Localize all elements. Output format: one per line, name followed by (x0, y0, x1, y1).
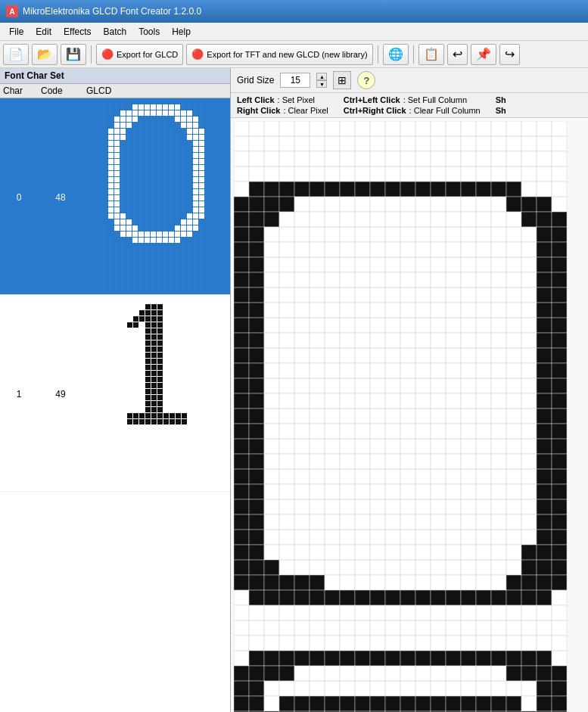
menu-file[interactable]: File (3, 25, 30, 39)
char-num-1: 1 (0, 386, 38, 403)
toolbar-sep2 (378, 45, 378, 64)
hint-left-click-action: : Set Pixel (278, 95, 316, 104)
spin-up[interactable]: ▲ (316, 73, 327, 80)
hint-ctrl-right: Ctrl+Right Click : Clear Full Column (344, 106, 481, 115)
app-title: MikroElektronika GLCD Font Creator 1.2.0… (23, 6, 201, 17)
menu-batch[interactable]: Batch (98, 25, 133, 39)
hint-shift-2: Sh (496, 106, 506, 115)
hint-right-click: Right Click : Clear Pixel (237, 106, 328, 115)
hint-ctrl-right-key: Ctrl+Right Click (344, 106, 406, 115)
title-bar: A MikroElektronika GLCD Font Creator 1.2… (0, 0, 588, 23)
col-char: Char (0, 84, 38, 98)
char-code-0: 48 (38, 189, 83, 206)
spin-buttons: ▲ ▼ (316, 73, 327, 88)
hint-left-click-key: Left Click (237, 95, 275, 104)
grid-controls: Grid Size ▲ ▼ ⊞ ? (231, 68, 588, 93)
hint-shift-1: Sh (496, 95, 506, 104)
char-row-0[interactable]: 0 48 (0, 98, 230, 295)
col-glcd: GLCD (83, 84, 230, 98)
toolbar-paste[interactable]: 📌 (471, 44, 496, 65)
hint-ctrl-left: Ctrl+Left Click : Set Full Column (344, 95, 481, 104)
col-code: Code (38, 84, 83, 98)
export-glcd-button[interactable]: 🔴 Export for GLCD (96, 44, 183, 65)
toolbar: 📄 📂 💾 🔴 Export for GLCD 🔴 Export for TFT… (0, 41, 588, 68)
hint-left-click: Left Click : Set Pixel (237, 95, 328, 104)
hint-right-click-action: : Clear Pixel (283, 106, 328, 115)
main-area: Font Char Set Char Code GLCD 0 48 1 49 (0, 68, 588, 712)
font-char-set-header: Font Char Set (0, 68, 230, 84)
grid-size-input[interactable] (280, 73, 310, 88)
hint-ctrl-left-key: Ctrl+Left Click (344, 95, 400, 104)
right-panel: Grid Size ▲ ▼ ⊞ ? Left Click : Set Pixel… (231, 68, 588, 712)
toolbar-redo[interactable]: ↪ (499, 44, 520, 65)
grid-toggle-button[interactable]: ⊞ (333, 71, 351, 89)
left-panel: Font Char Set Char Code GLCD 0 48 1 49 (0, 68, 231, 712)
grid-size-label: Grid Size (237, 75, 274, 86)
app-icon: A (6, 5, 18, 17)
char-preview-1 (83, 295, 230, 490)
toolbar-copy[interactable]: 📋 (418, 44, 444, 65)
menu-edit[interactable]: Edit (30, 25, 58, 39)
hint-right-click-key: Right Click (237, 106, 280, 115)
toolbar-new[interactable]: 📄 (3, 44, 29, 65)
char-table-header: Char Code GLCD (0, 84, 230, 98)
toolbar-open[interactable]: 📂 (32, 44, 58, 65)
pixel-grid-canvas[interactable] (234, 121, 568, 712)
char-code-1: 49 (38, 386, 83, 403)
hint-ctrl-right-action: : Clear Full Column (409, 106, 481, 115)
menu-effects[interactable]: Effects (58, 25, 97, 39)
char-preview-0 (83, 98, 230, 294)
toolbar-sep3 (413, 45, 414, 64)
toolbar-undo[interactable]: ↩ (447, 44, 468, 65)
help-button[interactable]: ? (357, 71, 375, 89)
char-num-0: 0 (0, 189, 38, 206)
toolbar-globe[interactable]: 🌐 (383, 44, 409, 65)
toolbar-sep1 (91, 45, 92, 64)
spin-down[interactable]: ▼ (316, 80, 327, 88)
char-row-1[interactable]: 1 49 (0, 295, 230, 492)
export-tft-button[interactable]: 🔴 Export for TFT and new GLCD (new libra… (186, 44, 372, 65)
menu-bar: File Edit Effects Batch Tools Help (0, 23, 588, 41)
menu-help[interactable]: Help (166, 25, 197, 39)
menu-tools[interactable]: Tools (132, 25, 166, 39)
char-list: 0 48 1 49 (0, 98, 230, 712)
hints-bar: Left Click : Set Pixel Right Click : Cle… (231, 93, 588, 118)
toolbar-save[interactable]: 💾 (61, 44, 86, 65)
hint-ctrl-left-action: : Set Full Column (403, 95, 467, 104)
pixel-grid-area[interactable] (231, 118, 588, 712)
